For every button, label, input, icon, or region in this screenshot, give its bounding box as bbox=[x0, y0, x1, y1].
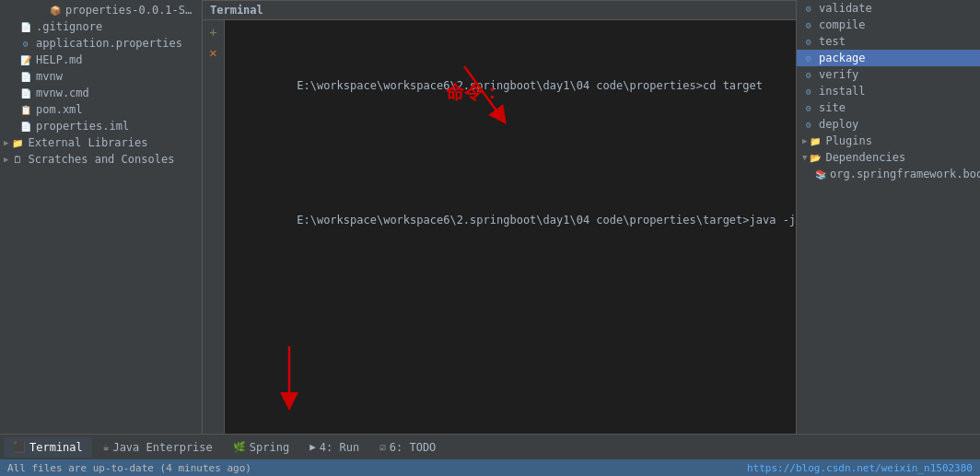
folder-arrow: ▼ bbox=[802, 153, 807, 162]
terminal-sidebar: + ✕ bbox=[203, 20, 225, 434]
close-terminal-button[interactable]: ✕ bbox=[205, 44, 222, 61]
maven-compile[interactable]: ⚙ compile bbox=[797, 17, 980, 33]
folder-icon: 📂 bbox=[809, 151, 822, 164]
folder-external-libraries[interactable]: ▶ 📁 External Libraries bbox=[0, 134, 202, 151]
maven-org-springframework[interactable]: 📚 org.springframework.boo bbox=[797, 166, 980, 182]
library-icon: 📚 bbox=[815, 168, 826, 180]
file-icon: 📄 bbox=[18, 86, 33, 100]
collapse-arrow: ▶ bbox=[4, 155, 8, 164]
file-tree: 📦 properties-0.0.1-SNAPSHOT.jar.original… bbox=[0, 0, 203, 434]
java-tab-icon: ☕ bbox=[103, 441, 110, 453]
file-tree-content: 📦 properties-0.0.1-SNAPSHOT.jar.original… bbox=[0, 0, 202, 434]
folder-arrow: ▶ bbox=[802, 136, 807, 145]
annotation-arrow-2 bbox=[243, 342, 335, 415]
tab-java-enterprise[interactable]: ☕ Java Enterprise bbox=[94, 437, 222, 458]
file-jar-original[interactable]: 📦 properties-0.0.1-SNAPSHOT.jar.original bbox=[0, 2, 202, 18]
md-icon: 📝 bbox=[18, 52, 33, 67]
terminal-area: + ✕ E:\workspace\workspace6\2.springboot… bbox=[203, 20, 796, 434]
collapse-arrow: ▶ bbox=[4, 138, 8, 147]
maven-test[interactable]: ⚙ test bbox=[797, 33, 980, 50]
iml-icon: 📄 bbox=[18, 119, 33, 134]
status-bar: All files are up-to-date (4 minutes ago)… bbox=[0, 459, 980, 476]
terminal-header: Terminal bbox=[203, 0, 796, 20]
todo-tab-icon: ☑ bbox=[379, 441, 386, 453]
maven-verify[interactable]: ⚙ verify bbox=[797, 66, 980, 83]
gear-icon: ⚙ bbox=[802, 18, 815, 31]
tab-terminal[interactable]: ⬛ Terminal bbox=[4, 437, 92, 458]
gear-icon: ⚙ bbox=[802, 52, 815, 64]
gear-icon: ⚙ bbox=[802, 85, 815, 98]
tab-spring[interactable]: 🌿 Spring bbox=[224, 437, 298, 458]
scratches-icon: 🗒 bbox=[10, 152, 25, 167]
bottom-tabs: ⬛ Terminal ☕ Java Enterprise 🌿 Spring ▶ … bbox=[0, 434, 980, 459]
file-icon: 📄 bbox=[18, 69, 33, 84]
file-properties-iml[interactable]: 📄 properties.iml bbox=[0, 118, 202, 134]
file-pom-xml[interactable]: 📋 pom.xml bbox=[0, 101, 202, 118]
maven-install[interactable]: ⚙ install bbox=[797, 83, 980, 99]
maven-panel: ⚙ validate ⚙ compile ⚙ test ⚙ package ⚙ … bbox=[796, 0, 980, 434]
folder-scratches-consoles[interactable]: ▶ 🗒 Scratches and Consoles bbox=[0, 151, 202, 168]
file-mvnw[interactable]: 📄 mvnw bbox=[0, 68, 202, 85]
tab-run[interactable]: ▶ 4: Run bbox=[300, 437, 368, 458]
gear-icon: ⚙ bbox=[802, 35, 815, 48]
file-application-properties[interactable]: ⚙ application.properties bbox=[0, 35, 202, 52]
gear-icon: ⚙ bbox=[802, 101, 815, 114]
tab-todo[interactable]: ☑ 6: TODO bbox=[370, 437, 445, 458]
xml-icon: 📋 bbox=[18, 102, 33, 117]
new-terminal-button[interactable]: + bbox=[205, 24, 222, 41]
maven-site[interactable]: ⚙ site bbox=[797, 99, 980, 116]
spring-tab-icon: 🌿 bbox=[233, 441, 246, 453]
terminal-tab-icon: ⬛ bbox=[13, 441, 26, 453]
jar-icon: 📦 bbox=[48, 3, 63, 17]
folder-icon: 📁 bbox=[10, 135, 25, 150]
file-mvnw-cmd[interactable]: 📄 mvnw.cmd bbox=[0, 85, 202, 101]
maven-deploy[interactable]: ⚙ deploy bbox=[797, 116, 980, 133]
gear-icon: ⚙ bbox=[802, 118, 815, 131]
file-help-md[interactable]: 📝 HELP.md bbox=[0, 52, 202, 68]
status-text: All files are up-to-date (4 minutes ago) bbox=[7, 462, 251, 474]
gear-icon: ⚙ bbox=[802, 2, 815, 15]
maven-package[interactable]: ⚙ package bbox=[797, 50, 980, 66]
terminal-line-1: E:\workspace\workspace6\2.springboot\day… bbox=[230, 59, 790, 112]
terminal-output[interactable]: E:\workspace\workspace6\2.springboot\day… bbox=[225, 20, 796, 434]
gear-icon: ⚙ bbox=[802, 68, 815, 81]
folder-icon: 📁 bbox=[809, 134, 822, 147]
maven-validate[interactable]: ⚙ validate bbox=[797, 0, 980, 17]
file-icon: 📄 bbox=[18, 19, 33, 34]
maven-plugins[interactable]: ▶ 📁 Plugins bbox=[797, 133, 980, 149]
run-tab-icon: ▶ bbox=[309, 441, 316, 453]
file-gitignore[interactable]: 📄 .gitignore bbox=[0, 18, 202, 35]
properties-icon: ⚙ bbox=[18, 36, 33, 51]
main-content: Terminal + ✕ E:\workspace\workspace6\2.s… bbox=[203, 0, 796, 434]
maven-dependencies[interactable]: ▼ 📂 Dependencies bbox=[797, 149, 980, 166]
terminal-line-2: E:\workspace\workspace6\2.springboot\day… bbox=[230, 194, 790, 248]
status-link[interactable]: https://blog.csdn.net/weixin_n1502380 bbox=[747, 462, 973, 474]
